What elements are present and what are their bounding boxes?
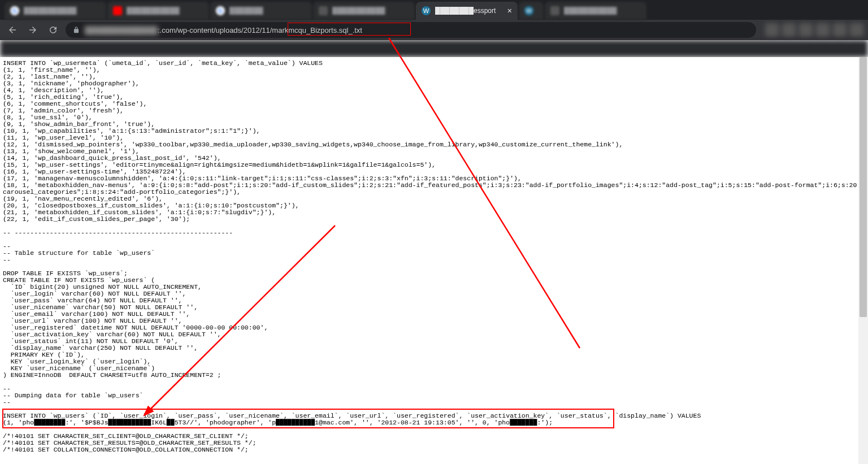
bookmarks-bar[interactable] xyxy=(0,40,868,57)
browser-tab[interactable]: ███████████ xyxy=(545,2,646,20)
extension-icon[interactable] xyxy=(833,23,847,37)
extension-icon[interactable] xyxy=(850,23,863,37)
address-bar[interactable]: ██████████████:.com/wp-content/uploads/2… xyxy=(66,22,756,38)
favicon-icon xyxy=(319,6,328,15)
close-tab-icon[interactable]: × xyxy=(507,6,512,15)
wordpress-favicon-icon: W xyxy=(524,6,533,15)
tab-title: ███████ xyxy=(229,7,306,15)
browser-tab-active[interactable]: W████████essport× xyxy=(416,2,518,20)
favicon-icon xyxy=(550,6,559,15)
url-domain-hidden: ██████████████ xyxy=(85,26,158,34)
url-domain: :.com xyxy=(158,26,176,34)
vertical-scrollbar[interactable] xyxy=(858,57,868,464)
tab-bar: G███████████ ███████████ G███████ ██████… xyxy=(0,0,868,20)
tab-title: ███████████ xyxy=(24,7,101,15)
url-path: /wp-content/uploads/2012/11/markmcqu_Biz… xyxy=(176,26,362,34)
reload-button[interactable] xyxy=(45,22,61,38)
nav-extensions xyxy=(765,23,863,37)
page-content: INSERT INTO `wp_usermeta` (`umeta_id`, `… xyxy=(0,57,868,464)
back-button[interactable] xyxy=(5,22,20,38)
google-favicon-icon: G xyxy=(216,6,225,15)
forward-button[interactable] xyxy=(25,22,41,38)
browser-tab[interactable]: ███████████ xyxy=(107,2,209,20)
wordpress-favicon-icon: W xyxy=(422,6,431,15)
google-favicon-icon: G xyxy=(10,6,19,15)
extension-icon[interactable] xyxy=(765,23,779,37)
scrollbar-thumb[interactable] xyxy=(860,57,867,317)
tab-title: ████████essport xyxy=(435,7,503,15)
lock-icon xyxy=(72,26,80,34)
browser-tab[interactable]: W xyxy=(519,2,544,20)
extension-icon[interactable] xyxy=(816,23,830,37)
browser-tab[interactable]: ███████████ xyxy=(313,2,415,20)
browser-tab[interactable]: G███████████ xyxy=(5,2,106,20)
browser-tab[interactable]: G███████ xyxy=(210,2,312,20)
extension-icon[interactable] xyxy=(782,23,796,37)
tab-title: ███████████ xyxy=(332,7,409,15)
extension-icon[interactable] xyxy=(799,23,813,37)
tab-title: ███████████ xyxy=(564,7,641,15)
nav-bar: ██████████████:.com/wp-content/uploads/2… xyxy=(0,20,868,40)
youtube-favicon-icon xyxy=(113,6,122,15)
tab-title: ███████████ xyxy=(127,7,203,15)
